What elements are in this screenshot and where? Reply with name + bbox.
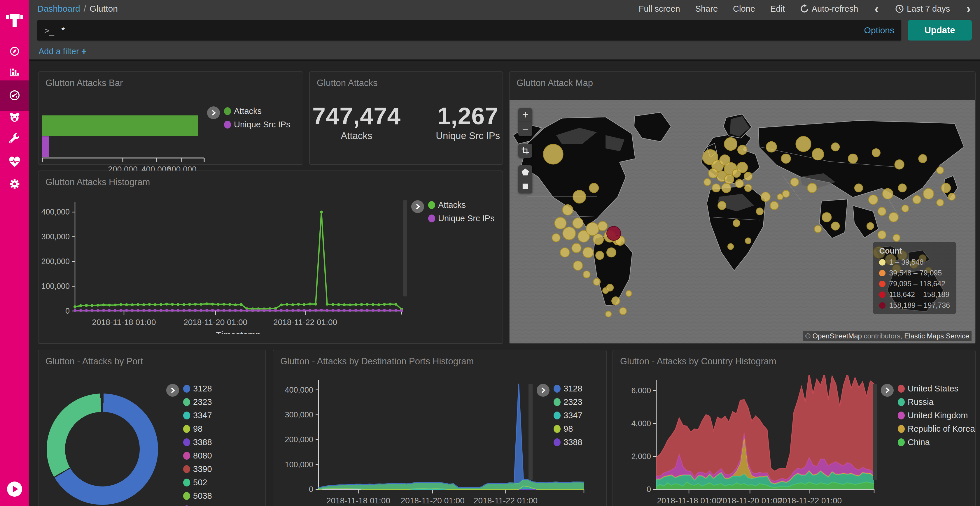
legend-item[interactable]: 3128 (183, 384, 212, 393)
attack-bubble[interactable] (745, 184, 752, 192)
attack-bubble[interactable] (854, 184, 863, 192)
attack-bubble[interactable] (878, 207, 886, 216)
sidebar-item-dev-tools[interactable] (0, 129, 29, 151)
attack-bubble[interactable] (831, 143, 839, 151)
legend-item[interactable]: 3128 (554, 384, 582, 393)
map-draw-polygon-button[interactable] (518, 165, 532, 179)
attack-bubble[interactable] (913, 195, 921, 204)
attack-bubble[interactable] (704, 179, 711, 186)
time-forward-button[interactable]: › (965, 2, 972, 15)
legend-item[interactable]: United Kingdom (898, 411, 975, 420)
ems-link[interactable]: Elastic Maps Service (904, 332, 969, 340)
attack-bubble[interactable] (923, 189, 934, 199)
attack-bubble[interactable] (745, 238, 751, 244)
attack-bubble[interactable] (918, 154, 927, 163)
attack-bubble[interactable] (572, 243, 581, 253)
attack-bubble-high[interactable] (607, 227, 620, 241)
attack-bubble[interactable] (770, 201, 778, 209)
legend-toggle-button[interactable] (166, 384, 179, 397)
attack-bubble[interactable] (619, 308, 627, 314)
attack-bubble[interactable] (593, 278, 600, 286)
legend-item[interactable]: 3347 (554, 411, 582, 420)
update-button[interactable]: Update (908, 20, 972, 41)
legend-item[interactable]: 3388 (554, 438, 582, 447)
attack-bubble[interactable] (783, 190, 789, 197)
attack-bubble[interactable] (583, 247, 593, 258)
attack-bubble[interactable] (872, 149, 880, 157)
attack-bubble[interactable] (744, 172, 752, 180)
attack-bubble[interactable] (708, 168, 718, 178)
sidebar-collapse-button[interactable] (6, 481, 23, 497)
legend-resize-gutter[interactable] (528, 384, 533, 480)
clone-button[interactable]: Clone (733, 4, 755, 14)
map-zoom-out-button[interactable]: − (518, 122, 532, 136)
legend-item[interactable]: 98 (554, 424, 582, 434)
legend-toggle-button[interactable] (537, 384, 549, 397)
legend-item[interactable]: 98 (183, 424, 212, 434)
attack-bubble[interactable] (948, 193, 955, 200)
attack-bubble[interactable] (596, 251, 604, 259)
attack-bubble[interactable] (583, 271, 590, 278)
map-draw-rectangle-button[interactable] (518, 179, 532, 193)
legend-item[interactable]: Unique Src IPs (224, 120, 290, 129)
attack-bubble[interactable] (898, 184, 907, 192)
legend-item[interactable]: Russia (898, 397, 975, 407)
attack-bubble[interactable] (738, 145, 747, 154)
attack-bubble[interactable] (724, 174, 734, 184)
attack-bubble[interactable] (889, 213, 898, 222)
attack-bubble[interactable] (543, 144, 563, 164)
attack-bubble[interactable] (573, 190, 585, 203)
legend-item[interactable]: 7007 (183, 504, 212, 506)
attack-bubble[interactable] (724, 138, 737, 151)
attack-bubble[interactable] (593, 234, 603, 244)
attack-bubble[interactable] (822, 213, 831, 222)
legend-item[interactable]: 2323 (183, 397, 212, 407)
map-fit-bounds-button[interactable] (518, 144, 532, 158)
attack-bubble[interactable] (812, 148, 824, 160)
attack-bubble[interactable] (606, 311, 611, 317)
legend-resize-gutter[interactable] (873, 384, 877, 480)
legend-item[interactable]: Republic of Korea (898, 424, 975, 434)
attack-bubble[interactable] (733, 219, 740, 227)
attack-bubble[interactable] (831, 222, 839, 230)
attack-bubble[interactable] (722, 183, 731, 193)
legend-item[interactable]: 5038 (183, 491, 212, 501)
attack-bubble[interactable] (937, 199, 943, 206)
attack-bubble[interactable] (848, 154, 858, 163)
sidebar-item-management[interactable] (0, 173, 29, 195)
attack-bubble[interactable] (766, 142, 777, 152)
attack-bubble[interactable] (552, 234, 560, 242)
osm-link[interactable]: OpenStreetMap (812, 332, 862, 340)
attack-bubble[interactable] (555, 217, 566, 229)
attack-bubble[interactable] (815, 225, 821, 233)
attack-bubble[interactable] (626, 290, 632, 297)
legend-item[interactable]: Attacks (428, 200, 495, 210)
legend-item[interactable]: 8080 (183, 451, 212, 460)
legend-item[interactable]: China (898, 438, 975, 447)
legend-item[interactable]: 3390 (183, 464, 212, 474)
legend-item[interactable]: 502 (183, 478, 212, 487)
attack-bubble[interactable] (869, 195, 878, 204)
world-map[interactable]: + − Count (509, 100, 975, 343)
attack-bubble[interactable] (712, 184, 720, 192)
attack-bubble[interactable] (586, 223, 599, 235)
attack-bubble[interactable] (883, 189, 893, 199)
attack-bubble[interactable] (573, 261, 582, 270)
attack-bubble[interactable] (606, 284, 613, 291)
attack-bubble[interactable] (878, 231, 886, 239)
attack-bubble[interactable] (735, 179, 743, 188)
map-zoom-in-button[interactable]: + (518, 108, 532, 122)
attack-bubble[interactable] (761, 192, 770, 201)
attack-bubble[interactable] (589, 183, 598, 193)
legend-item[interactable]: 2323 (554, 397, 582, 407)
add-filter-button[interactable]: Add a filter+ (38, 46, 87, 57)
legend-item[interactable]: 3347 (183, 411, 212, 420)
attack-bubble[interactable] (895, 160, 904, 169)
attack-bubble[interactable] (756, 208, 763, 215)
attack-bubble[interactable] (777, 194, 783, 200)
search-input[interactable]: >_ * Options (37, 20, 901, 41)
attack-bubble[interactable] (796, 136, 811, 152)
attack-bubble[interactable] (612, 297, 620, 305)
sidebar-item-discover[interactable] (0, 41, 29, 63)
legend-item[interactable]: 3388 (183, 438, 212, 447)
